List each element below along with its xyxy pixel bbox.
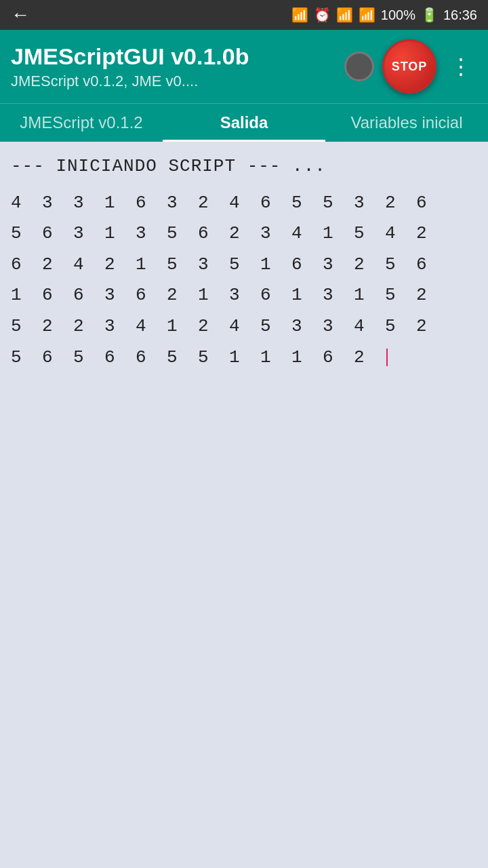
num-cell: 4 — [385, 220, 416, 248]
num-cell: 5 — [11, 220, 42, 248]
num-cell: 1 — [167, 313, 198, 341]
text-cursor — [386, 349, 388, 366]
app-title: JMEScriptGUI v0.1.0b — [11, 43, 344, 71]
script-output: --- INICIANDO SCRIPT --- ... 43316324655… — [11, 153, 477, 372]
num-cell: 1 — [291, 344, 323, 372]
more-options-icon[interactable]: ⋮ — [445, 51, 477, 82]
num-cell: 3 — [291, 313, 323, 341]
num-cell: 1 — [104, 220, 136, 248]
num-cell: 2 — [104, 251, 136, 279]
num-cell: 3 — [104, 313, 136, 341]
num-cell: 3 — [73, 220, 104, 248]
num-cell: 5 — [323, 189, 354, 218]
num-cell: 4 — [354, 313, 385, 341]
app-bar-actions: STOP ⋮ — [344, 39, 477, 94]
num-cell: 5 — [167, 251, 198, 279]
num-cell: 5 — [385, 251, 416, 279]
num-cell: 2 — [198, 189, 229, 218]
num-cell: 2 — [354, 251, 385, 279]
num-cell: 2 — [42, 313, 73, 341]
num-cell: 2 — [167, 281, 198, 310]
num-cell: 6 — [42, 281, 73, 310]
num-cell: 2 — [416, 220, 447, 248]
num-cell: 2 — [73, 313, 104, 341]
num-cell: 1 — [260, 344, 291, 372]
number-row: 43316324655326 — [11, 189, 477, 218]
cast-icon: 📶 — [291, 7, 308, 23]
num-cell: 1 — [323, 220, 354, 248]
status-left: ← — [11, 4, 30, 26]
num-cell: 1 — [104, 189, 136, 218]
num-cell: 5 — [385, 313, 416, 341]
num-cell: 5 — [229, 251, 260, 279]
num-cell: 1 — [198, 281, 229, 310]
num-cell: 6 — [323, 344, 354, 372]
num-cell: 2 — [416, 281, 447, 310]
num-cell: 3 — [260, 220, 291, 248]
num-cell: 5 — [11, 313, 42, 341]
num-cell: 3 — [229, 281, 260, 310]
num-cell: 6 — [42, 220, 73, 248]
num-cell: 6 — [104, 344, 136, 372]
num-cell: 5 — [385, 281, 416, 310]
num-cell: 1 — [291, 281, 323, 310]
tab-variables[interactable]: Variables inicial — [325, 104, 488, 142]
num-cell: 5 — [167, 344, 198, 372]
tab-jmescript-label: JMEScript v0.1.2 — [20, 113, 142, 132]
num-cell: 1 — [260, 251, 291, 279]
num-cell: 5 — [167, 220, 198, 248]
tab-variables-label: Variables inicial — [351, 113, 463, 132]
num-cell: 2 — [416, 313, 447, 341]
num-cell: 6 — [136, 344, 167, 372]
wifi-icon: 📶 — [336, 7, 353, 23]
num-cell: 3 — [323, 313, 354, 341]
num-cell: 4 — [291, 220, 323, 248]
num-cell: 6 — [136, 189, 167, 218]
num-cell: 3 — [323, 251, 354, 279]
tab-salida[interactable]: Salida — [163, 104, 325, 142]
battery-percent: 100% — [381, 7, 415, 23]
num-cell: 5 — [11, 344, 42, 372]
number-row: 565665511162 — [11, 344, 477, 372]
status-right: 📶 ⏰ 📶 📶 100% 🔋 16:36 — [291, 7, 477, 23]
num-cell: 6 — [416, 189, 447, 218]
num-cell: 3 — [198, 251, 229, 279]
num-cell: 6 — [291, 251, 323, 279]
number-row: 56313562341542 — [11, 220, 477, 248]
num-cell: 6 — [260, 281, 291, 310]
num-cell: 4 — [136, 313, 167, 341]
num-cell: 3 — [167, 189, 198, 218]
script-header: --- INICIANDO SCRIPT --- ... — [11, 153, 477, 181]
tab-jmescript[interactable]: JMEScript v0.1.2 — [0, 104, 163, 142]
num-cell: 2 — [198, 313, 229, 341]
num-cell: 4 — [11, 189, 42, 218]
num-cell: 5 — [354, 220, 385, 248]
num-cell: 5 — [260, 313, 291, 341]
stop-button[interactable]: STOP — [382, 39, 436, 94]
num-cell: 2 — [385, 189, 416, 218]
num-cell: 6 — [416, 251, 447, 279]
back-arrow-icon[interactable]: ← — [11, 4, 30, 26]
num-cell: 3 — [73, 189, 104, 218]
num-cell: 1 — [136, 251, 167, 279]
num-cell: 3 — [104, 281, 136, 310]
num-cell: 6 — [260, 189, 291, 218]
app-subtitle: JMEScript v0.1.2, JME v0.... — [11, 73, 344, 90]
num-cell: 4 — [229, 313, 260, 341]
number-row: 52234124533452 — [11, 313, 477, 341]
number-row: 16636213613152 — [11, 281, 477, 310]
num-cell: 5 — [291, 189, 323, 218]
num-cell: 3 — [354, 189, 385, 218]
num-cell: 2 — [42, 251, 73, 279]
signal-icon: 📶 — [359, 7, 375, 23]
num-cell: 1 — [11, 281, 42, 310]
num-cell: 6 — [136, 281, 167, 310]
tab-salida-label: Salida — [220, 113, 268, 132]
record-dot-icon — [344, 52, 374, 81]
num-cell: 3 — [42, 189, 73, 218]
num-cell: 4 — [229, 189, 260, 218]
num-cell: 1 — [354, 281, 385, 310]
number-rows: 4331632465532656313562341542624215351632… — [11, 189, 477, 372]
app-bar-titles: JMEScriptGUI v0.1.0b JMEScript v0.1.2, J… — [11, 43, 344, 91]
alarm-icon: ⏰ — [314, 7, 331, 23]
